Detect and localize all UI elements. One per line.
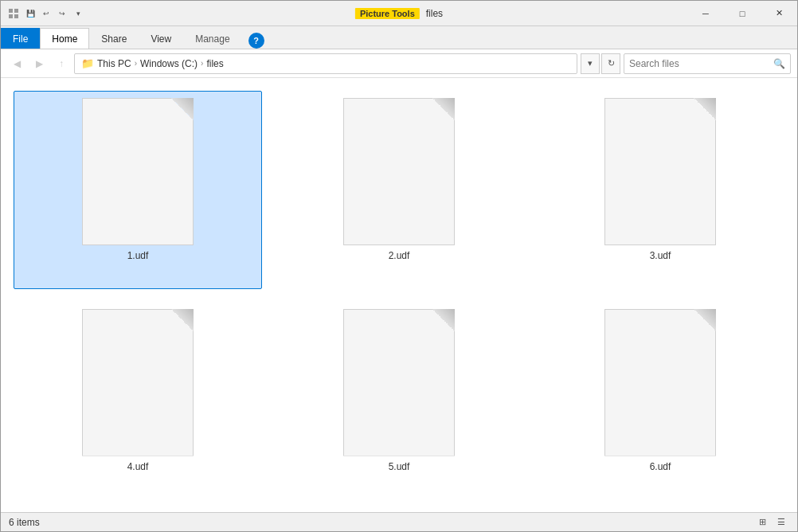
up-button[interactable]: ↑ [52, 54, 71, 73]
fold-shadow [171, 309, 194, 331]
back-button[interactable]: ◀ [7, 54, 26, 73]
window-controls: ─ □ ✕ [687, 1, 797, 26]
quick-access-toolbar: 💾 ↩ ↪ ▾ [23, 6, 85, 21]
file-icon [82, 309, 194, 456]
file-icon [82, 98, 194, 245]
file-name: 6.udf [650, 461, 671, 472]
fold-shadow [694, 309, 716, 331]
address-bar: ◀ ▶ ↑ 📁 This PC › Windows (C:) › files ▾… [1, 49, 797, 78]
view-list[interactable]: ☰ [773, 514, 789, 530]
file-name: 3.udf [650, 250, 671, 261]
sep-2: › [201, 59, 203, 68]
search-icon[interactable]: 🔍 [773, 58, 785, 69]
file-item[interactable]: 3.udf [536, 91, 784, 289]
fold-shadow [171, 98, 194, 120]
file-item[interactable]: 5.udf [275, 302, 523, 500]
file-item[interactable]: 1.udf [14, 91, 262, 289]
item-count: 6 items [9, 517, 40, 528]
forward-button[interactable]: ▶ [29, 54, 49, 73]
file-icon [343, 98, 455, 245]
window-icons [7, 7, 20, 20]
folder-icon: 📁 [81, 57, 94, 69]
qa-dropdown[interactable]: ▾ [71, 6, 85, 21]
file-name: 5.udf [389, 461, 410, 472]
file-item[interactable]: 2.udf [275, 91, 523, 289]
sep-1: › [135, 59, 137, 68]
address-dropdown[interactable]: ▾ [581, 53, 600, 74]
maximize-button[interactable]: □ [724, 1, 761, 26]
search-input[interactable] [629, 58, 770, 69]
tab-view[interactable]: View [139, 28, 183, 49]
breadcrumb-windows[interactable]: Windows (C:) [140, 58, 198, 69]
main-content: 1.udf 2.udf 3.udf 4.udf 5.ud [1, 78, 797, 512]
ribbon: File Home Share View Manage ? [1, 26, 797, 49]
file-icon [604, 98, 716, 245]
picture-tools-label: Picture Tools [355, 8, 420, 19]
title-bar-title: Picture Tools files [355, 8, 443, 19]
svg-rect-2 [9, 14, 13, 18]
file-icon [343, 309, 455, 456]
file-icon [604, 309, 716, 456]
tab-home[interactable]: Home [40, 28, 89, 49]
svg-rect-3 [14, 14, 18, 18]
file-item[interactable]: 6.udf [536, 302, 784, 500]
file-name: 2.udf [389, 250, 410, 261]
search-box[interactable]: 🔍 [624, 53, 791, 74]
fold-shadow [432, 309, 455, 331]
address-box[interactable]: 📁 This PC › Windows (C:) › files [74, 53, 577, 74]
qa-save[interactable]: 💾 [23, 6, 37, 21]
title-bar: 💾 ↩ ↪ ▾ Picture Tools files ─ □ ✕ [1, 1, 797, 26]
view-toggle: ⊞ ☰ [754, 514, 789, 530]
breadcrumb-files[interactable]: files [206, 58, 223, 69]
ribbon-tabs: File Home Share View Manage ? [1, 26, 797, 49]
file-name: 4.udf [127, 461, 149, 472]
qa-undo[interactable]: ↩ [39, 6, 53, 21]
tab-manage[interactable]: Manage [183, 28, 241, 49]
fold-shadow [694, 98, 716, 120]
tab-share[interactable]: Share [89, 28, 139, 49]
svg-rect-1 [14, 9, 18, 13]
help-button[interactable]: ? [248, 33, 264, 49]
window-title: files [426, 8, 443, 19]
file-item[interactable]: 4.udf [14, 302, 262, 500]
close-button[interactable]: ✕ [761, 1, 797, 26]
address-actions: ▾ ↻ [581, 53, 620, 74]
view-large-icons[interactable]: ⊞ [754, 514, 770, 530]
minimize-button[interactable]: ─ [687, 1, 724, 26]
file-grid: 1.udf 2.udf 3.udf 4.udf 5.ud [1, 78, 797, 512]
refresh-button[interactable]: ↻ [601, 53, 620, 74]
window-icon [7, 7, 20, 20]
fold-shadow [432, 98, 455, 120]
tab-file[interactable]: File [1, 28, 40, 49]
status-bar: 6 items ⊞ ☰ [1, 512, 797, 531]
breadcrumb-this-pc[interactable]: This PC [97, 58, 131, 69]
qa-redo[interactable]: ↪ [55, 6, 69, 21]
file-name: 1.udf [127, 250, 149, 261]
svg-rect-0 [9, 9, 13, 13]
